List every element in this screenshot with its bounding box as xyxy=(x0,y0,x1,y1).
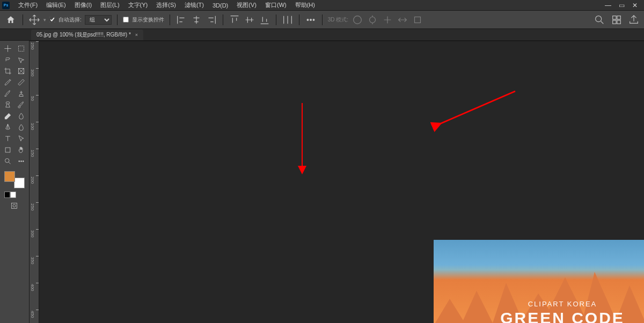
show-transform-label: 显示变换控件 xyxy=(132,16,164,24)
menu-select[interactable]: 选择(S) xyxy=(152,0,180,10)
ruler-tool[interactable] xyxy=(14,77,28,88)
minimize-icon[interactable]: — xyxy=(605,2,611,9)
svg-rect-9 xyxy=(613,20,616,23)
close-tab-icon[interactable]: × xyxy=(135,32,138,38)
menu-view[interactable]: 视图(V) xyxy=(232,0,261,10)
path-select-tool[interactable] xyxy=(14,133,28,144)
svg-rect-5 xyxy=(415,17,421,23)
quick-mask-icon[interactable] xyxy=(8,200,21,211)
svg-point-3 xyxy=(354,16,362,24)
auto-select-target-dropdown[interactable]: 组 xyxy=(85,15,112,25)
crop-tool[interactable] xyxy=(1,65,14,77)
pen-tool[interactable] xyxy=(1,122,14,133)
svg-rect-15 xyxy=(5,148,10,152)
eraser-tool[interactable] xyxy=(1,111,14,122)
menu-file[interactable]: 文件(F) xyxy=(14,0,42,10)
share-icon[interactable] xyxy=(628,14,640,26)
show-transform-checkbox[interactable] xyxy=(123,17,129,23)
edit-toolbar-icon[interactable] xyxy=(14,156,28,167)
color-swatches[interactable] xyxy=(4,171,23,189)
window-controls: — ▭ ✕ xyxy=(605,2,642,9)
zoom-3d-icon xyxy=(412,14,423,26)
auto-select-label: 自动选择: xyxy=(58,16,82,24)
document-tab-bar: 05.jpg @ 100% (我是psd!!!!!, RGB/8#) * × xyxy=(0,29,644,41)
app-logo: Ps xyxy=(2,2,10,9)
svg-rect-11 xyxy=(19,46,24,52)
restore-icon[interactable]: ▭ xyxy=(619,2,625,9)
document-tab-title: 05.jpg @ 100% (我是psd!!!!!, RGB/8#) * xyxy=(36,31,131,39)
svg-rect-7 xyxy=(613,16,616,19)
svg-point-19 xyxy=(23,161,24,162)
search-icon[interactable] xyxy=(594,14,605,26)
move-tool[interactable] xyxy=(1,43,14,54)
history-brush-tool[interactable] xyxy=(14,99,28,111)
svg-point-4 xyxy=(370,17,376,23)
svg-rect-20 xyxy=(12,203,17,209)
blur-tool[interactable] xyxy=(14,122,28,133)
document-canvas[interactable]: CLIPART KOREA GREEN CODE All images brid… xyxy=(434,240,644,323)
svg-point-1 xyxy=(310,19,311,20)
workspace-icon[interactable] xyxy=(611,14,623,26)
move-tool-icon xyxy=(28,14,40,26)
orbit-3d-icon xyxy=(352,14,363,26)
tool-palette xyxy=(0,41,30,323)
hand-tool[interactable] xyxy=(14,144,28,156)
menu-window[interactable]: 窗口(W) xyxy=(261,0,291,10)
menu-edit[interactable]: 编辑(E) xyxy=(42,0,70,10)
brush-tool[interactable] xyxy=(1,88,14,99)
main-area: 0501001502002503003504004505005506006507… xyxy=(0,41,644,323)
default-colors-icon[interactable] xyxy=(4,192,16,198)
slide-3d-icon xyxy=(397,14,408,26)
menu-filter[interactable]: 滤镜(T) xyxy=(180,0,208,10)
annotation-arrow-1 xyxy=(291,41,313,175)
menu-type[interactable]: 文字(Y) xyxy=(124,0,152,10)
doc-subtitle: CLIPART KOREA xyxy=(434,300,644,308)
svg-rect-13 xyxy=(6,102,9,104)
roll-3d-icon xyxy=(367,14,378,26)
svg-point-21 xyxy=(13,204,16,207)
clone-stamp-tool[interactable] xyxy=(14,88,28,99)
menu-image[interactable]: 图像(I) xyxy=(70,0,96,10)
svg-point-2 xyxy=(313,19,314,20)
healing-tool[interactable] xyxy=(1,99,14,111)
close-icon[interactable]: ✕ xyxy=(632,2,638,9)
document-text-overlay: CLIPART KOREA GREEN CODE All images brid… xyxy=(434,300,644,323)
svg-rect-10 xyxy=(617,20,620,23)
align-right-icon[interactable] xyxy=(206,14,217,26)
lasso-tool[interactable] xyxy=(1,54,14,65)
align-bottom-icon[interactable] xyxy=(259,14,270,26)
align-middle-v-icon[interactable] xyxy=(244,14,255,26)
menu-layer[interactable]: 图层(L) xyxy=(96,0,123,10)
home-button[interactable] xyxy=(4,13,17,26)
document-tab[interactable]: 05.jpg @ 100% (我是psd!!!!!, RGB/8#) * × xyxy=(31,30,143,40)
distribute-h-icon[interactable] xyxy=(282,14,294,26)
align-top-icon[interactable] xyxy=(229,14,240,26)
svg-rect-8 xyxy=(617,16,620,19)
menubar: Ps 文件(F) 编辑(E) 图像(I) 图层(L) 文字(Y) 选择(S) 滤… xyxy=(0,0,644,11)
svg-point-17 xyxy=(19,161,20,162)
pan-3d-icon xyxy=(382,14,393,26)
menu-3d[interactable]: 3D(D) xyxy=(208,1,232,10)
type-tool[interactable] xyxy=(1,133,14,144)
zoom-tool[interactable] xyxy=(1,156,14,167)
frame-tool[interactable] xyxy=(14,65,28,77)
vertical-ruler[interactable]: 2503005010015020025030035040045050055060… xyxy=(30,41,39,323)
align-center-h-icon[interactable] xyxy=(191,14,202,26)
marquee-tool[interactable] xyxy=(14,43,28,54)
doc-title: GREEN CODE xyxy=(434,309,644,323)
mode-3d-label: 3D 模式: xyxy=(328,16,348,24)
align-left-icon[interactable] xyxy=(175,14,187,26)
svg-point-6 xyxy=(596,16,602,21)
background-color-swatch[interactable] xyxy=(14,178,25,188)
foreground-color-swatch[interactable] xyxy=(4,171,15,182)
quick-select-tool[interactable] xyxy=(14,54,28,65)
shape-tool[interactable] xyxy=(1,144,14,156)
eyedropper-tool[interactable] xyxy=(1,77,14,88)
auto-select-checkbox[interactable] xyxy=(49,17,55,23)
gradient-tool[interactable] xyxy=(14,111,28,122)
canvas-column: 0501001502002503003504004505005506006507… xyxy=(30,41,644,323)
more-align-icon[interactable] xyxy=(305,14,317,26)
svg-point-18 xyxy=(21,161,22,162)
canvas-area[interactable]: CLIPART KOREA GREEN CODE All images brid… xyxy=(39,41,644,323)
menu-help[interactable]: 帮助(H) xyxy=(291,0,319,10)
